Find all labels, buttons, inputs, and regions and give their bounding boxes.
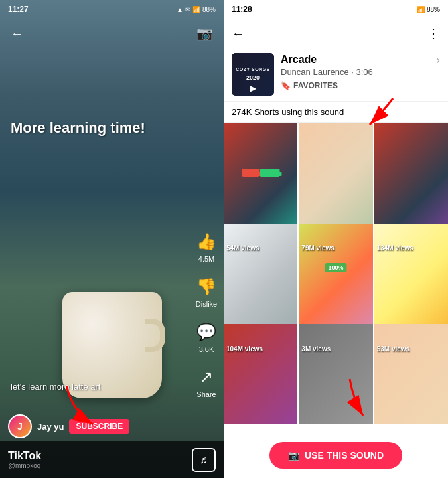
shorts-count: 274K Shorts using this sound [224,102,448,123]
video-views-1: 54M views [226,244,259,252]
video-thumb-7[interactable] [224,324,297,424]
video-views-3: 134M views [377,244,413,252]
sound-details: Arcade › Duncan Laurence · 3:06 🔖 FAVORI… [281,53,440,90]
top-bar-left: ← 📷 [0,19,224,48]
sound-title-row: Arcade › [281,53,440,67]
favorites-button[interactable]: 🔖 FAVORITES [281,81,440,90]
tiktok-handle: @mmpkoq [9,462,41,469]
back-button-right[interactable]: ← [232,26,245,41]
status-bar-right: 11:28 📶 88% [224,0,448,19]
sound-artist: Duncan Laurence · 3:06 [281,67,440,77]
use-this-sound-button[interactable]: 📷 USE THIS SOUND [269,442,402,469]
favorites-label: FAVORITES [293,81,338,90]
left-panel: 11:27 ▲ ✉ 📶 88% ← 📷 More learning time! … [0,0,224,478]
tiktok-icon: TikTok [8,450,41,462]
right-panel: 11:28 📶 88% ← ⋮ COZY SONGS 2020 ▶ Arcade… [224,0,448,478]
right-actions: 👍 4.5M 👎 Dislike 💬 3.6K ↗ Share [194,230,218,398]
bookmark-icon: 🔖 [281,81,291,90]
status-icons-left: ▲ ✉ 📶 88% [177,6,216,13]
battery-icon-left: 88% [202,6,216,13]
battery-right: 88% [427,6,440,13]
comment-icon: 💬 [194,320,218,344]
dislike-action[interactable]: 👎 Dislike [194,275,218,308]
dislike-icon: 👎 [194,275,218,299]
video-views-4: 104M views [226,345,263,353]
like-action[interactable]: 👍 4.5M [194,230,218,263]
camera-small-icon: 📷 [288,450,299,461]
main-text: More learning time! [11,120,145,137]
avatar: J [8,414,32,438]
album-art-text: COZY SONGS 2020 [233,64,273,84]
status-icons-right: 📶 88% [417,6,440,13]
camera-button[interactable]: 📷 [196,25,213,41]
video-background [0,0,224,478]
cup-handle [145,319,165,352]
signal-icon: ▲ [177,6,183,13]
video-views-2: 79M views [301,244,334,252]
time-right: 11:28 [232,5,252,14]
share-icon: ↗ [194,365,218,389]
chevron-right-icon[interactable]: › [436,53,440,67]
like-count: 4.5M [198,255,214,263]
video-thumb-9[interactable] [374,324,448,424]
share-action[interactable]: ↗ Share [194,365,218,398]
main-heading: More learning time! [11,120,145,137]
video-grid: 54M views 79M views 134M views 104M view… [224,123,448,424]
sound-info-section: COZY SONGS 2020 ▶ Arcade › Duncan Lauren… [224,48,448,102]
sound-wave-button[interactable]: ♬ [192,448,216,472]
message-icon: ✉ [185,6,190,13]
sound-title: Arcade [281,54,317,66]
user-info: J Jay yu SUBSCRIBE [8,414,129,438]
comment-count: 3.6K [199,345,214,353]
video-caption: let's learn more latte art [11,382,100,392]
use-this-sound-label: USE THIS SOUND [305,450,384,461]
more-options-button[interactable]: ⋮ [427,25,440,41]
comment-action[interactable]: 💬 3.6K [194,320,218,353]
signal-icon-right: 📶 [417,6,425,13]
bottom-bar: TikTok @mmpkoq ♬ [0,441,224,478]
video-thumb-8[interactable] [299,324,372,424]
video-views-6: 53M views [377,345,410,353]
back-button-left[interactable]: ← [11,26,24,41]
video-views-5: 3M views [301,345,331,353]
subscribe-button[interactable]: SUBSCRIBE [69,419,129,434]
album-art: COZY SONGS 2020 ▶ [232,53,274,96]
username: Jay yu [37,422,64,432]
time-left: 11:27 [8,5,29,14]
video-content [52,266,172,398]
use-sound-bar: 📷 USE THIS SOUND [224,432,448,478]
share-label: Share [196,390,216,398]
album-play-icon: ▶ [250,84,256,93]
dislike-label: Dislike [196,300,217,308]
tiktok-logo: TikTok @mmpkoq [8,450,41,469]
top-nav-right: ← ⋮ [224,19,448,48]
like-icon: 👍 [194,230,218,254]
wifi-icon: 📶 [192,6,200,13]
status-bar-left: 11:27 ▲ ✉ 📶 88% [0,0,224,19]
